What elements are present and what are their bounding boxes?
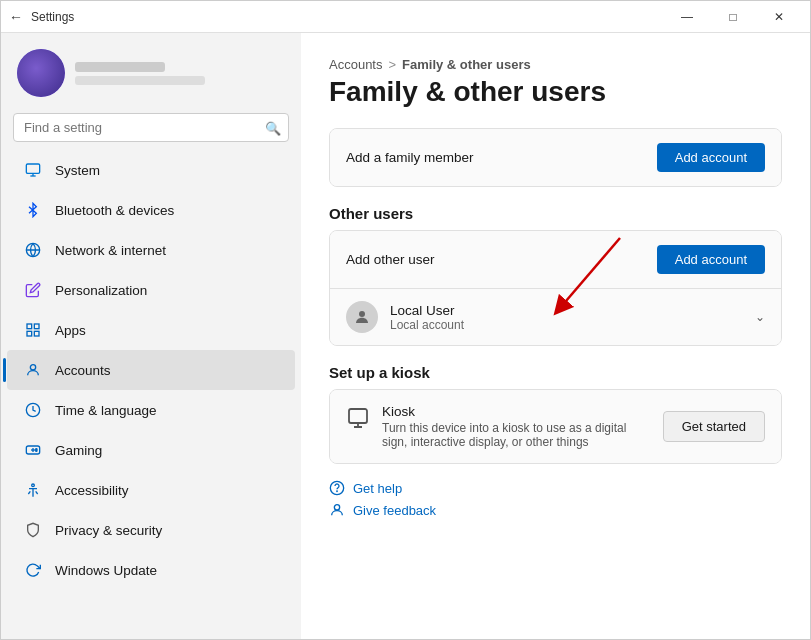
apps-icon <box>23 320 43 340</box>
svg-point-23 <box>337 491 338 492</box>
add-other-user-row: Add other user Add account <box>330 231 781 288</box>
chevron-down-icon: ⌄ <box>755 310 765 324</box>
svg-rect-5 <box>34 324 39 329</box>
kiosk-row: Kiosk Turn this device into a kiosk to u… <box>330 390 781 463</box>
sidebar-item-label-personalization: Personalization <box>55 283 147 298</box>
sidebar-item-label-gaming: Gaming <box>55 443 102 458</box>
maximize-button[interactable]: □ <box>710 1 756 33</box>
local-user-row[interactable]: Local User Local account ⌄ <box>330 288 781 345</box>
footer-links: Get help Give feedback <box>329 480 782 518</box>
privacy-icon <box>23 520 43 540</box>
svg-point-8 <box>30 365 35 370</box>
personalization-icon <box>23 280 43 300</box>
svg-rect-0 <box>26 164 39 173</box>
svg-point-16 <box>359 311 365 317</box>
sidebar-item-time[interactable]: Time & language <box>7 390 295 430</box>
svg-rect-4 <box>27 324 32 329</box>
get-help-link[interactable]: Get help <box>329 480 782 496</box>
sidebar-item-accounts[interactable]: Accounts <box>7 350 295 390</box>
search-box: 🔍 <box>13 113 289 142</box>
family-row: Add a family member Add account <box>330 129 781 186</box>
search-input[interactable] <box>13 113 289 142</box>
kiosk-text: Kiosk Turn this device into a kiosk to u… <box>382 404 642 449</box>
bluetooth-icon <box>23 200 43 220</box>
network-icon <box>23 240 43 260</box>
svg-point-15 <box>32 484 35 487</box>
breadcrumb-current: Family & other users <box>402 57 531 72</box>
sidebar-item-label-network: Network & internet <box>55 243 166 258</box>
other-users-title: Other users <box>329 205 782 222</box>
svg-rect-19 <box>349 409 367 423</box>
search-icon: 🔍 <box>265 120 281 135</box>
sidebar-item-label-time: Time & language <box>55 403 157 418</box>
svg-point-24 <box>334 505 339 510</box>
time-icon <box>23 400 43 420</box>
breadcrumb-accounts[interactable]: Accounts <box>329 57 382 72</box>
sidebar-item-label-system: System <box>55 163 100 178</box>
titlebar-left: ← Settings <box>9 9 74 25</box>
profile-info <box>75 62 205 85</box>
kiosk-card: Kiosk Turn this device into a kiosk to u… <box>329 389 782 464</box>
avatar <box>17 49 65 97</box>
svg-rect-6 <box>27 331 32 336</box>
breadcrumb: Accounts > Family & other users <box>329 57 782 72</box>
content-area: 🔍 System Bluetooth & devices Network & i… <box>1 33 810 639</box>
sidebar-item-label-privacy: Privacy & security <box>55 523 162 538</box>
feedback-icon <box>329 502 345 518</box>
sidebar-item-accessibility[interactable]: Accessibility <box>7 470 295 510</box>
profile-name <box>75 62 165 72</box>
sidebar-item-label-update: Windows Update <box>55 563 157 578</box>
kiosk-info: Kiosk Turn this device into a kiosk to u… <box>346 404 642 449</box>
sidebar-item-update[interactable]: Windows Update <box>7 550 295 590</box>
page-title-text: Family & other users <box>329 76 606 107</box>
sidebar-item-privacy[interactable]: Privacy & security <box>7 510 295 550</box>
sidebar-item-apps[interactable]: Apps <box>7 310 295 350</box>
other-users-card: Add other user Add account Local User Lo… <box>329 230 782 346</box>
user-details: Local User Local account <box>390 303 464 332</box>
sidebar: 🔍 System Bluetooth & devices Network & i… <box>1 33 301 639</box>
help-icon <box>329 480 345 496</box>
sidebar-item-system[interactable]: System <box>7 150 295 190</box>
back-icon[interactable]: ← <box>9 9 23 25</box>
add-other-user-label: Add other user <box>346 252 435 267</box>
local-user-container: Local User Local account ⌄ <box>330 288 781 345</box>
sidebar-item-gaming[interactable]: Gaming <box>7 430 295 470</box>
user-row-info: Local User Local account <box>346 301 464 333</box>
sidebar-item-personalization[interactable]: Personalization <box>7 270 295 310</box>
user-name: Local User <box>390 303 464 318</box>
titlebar-title: Settings <box>31 10 74 24</box>
titlebar-controls: — □ ✕ <box>664 1 802 33</box>
titlebar: ← Settings — □ ✕ <box>1 1 810 33</box>
add-family-account-button[interactable]: Add account <box>657 143 765 172</box>
kiosk-section-title: Set up a kiosk <box>329 364 782 381</box>
profile-email <box>75 76 205 85</box>
get-help-label: Get help <box>353 481 402 496</box>
sidebar-item-label-bluetooth: Bluetooth & devices <box>55 203 174 218</box>
accounts-icon <box>23 360 43 380</box>
profile-section <box>1 33 301 109</box>
svg-point-14 <box>36 450 37 451</box>
sidebar-item-label-accessibility: Accessibility <box>55 483 129 498</box>
kiosk-icon <box>346 406 370 435</box>
update-icon <box>23 560 43 580</box>
svg-rect-7 <box>34 331 39 336</box>
kiosk-get-started-button[interactable]: Get started <box>663 411 765 442</box>
close-button[interactable]: ✕ <box>756 1 802 33</box>
sidebar-item-network[interactable]: Network & internet <box>7 230 295 270</box>
kiosk-description: Turn this device into a kiosk to use as … <box>382 421 642 449</box>
user-type: Local account <box>390 318 464 332</box>
minimize-button[interactable]: — <box>664 1 710 33</box>
page-title: Family & other users <box>329 76 782 108</box>
user-avatar-icon <box>346 301 378 333</box>
gaming-icon <box>23 440 43 460</box>
family-label: Add a family member <box>346 150 474 165</box>
kiosk-title: Kiosk <box>382 404 642 419</box>
settings-window: ← Settings — □ ✕ 🔍 <box>0 0 811 640</box>
give-feedback-link[interactable]: Give feedback <box>329 502 782 518</box>
accessibility-icon <box>23 480 43 500</box>
system-icon <box>23 160 43 180</box>
sidebar-item-bluetooth[interactable]: Bluetooth & devices <box>7 190 295 230</box>
main-content: Accounts > Family & other users Family &… <box>301 33 810 639</box>
add-other-account-button[interactable]: Add account <box>657 245 765 274</box>
sidebar-item-label-apps: Apps <box>55 323 86 338</box>
